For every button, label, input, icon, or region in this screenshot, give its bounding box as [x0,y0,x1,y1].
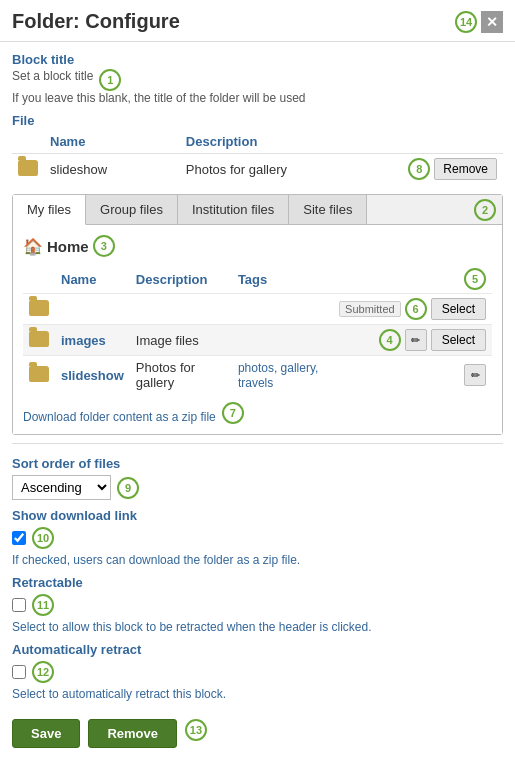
circle-10: 10 [32,527,54,549]
show-download-checkbox[interactable] [12,531,26,545]
auto-retract-checkbox[interactable] [12,665,26,679]
show-download-section: Show download link 10 If checked, users … [12,508,503,567]
retractable-section: Retractable 11 Select to allow this bloc… [12,575,503,634]
circle-3: 3 [93,235,115,257]
file-table: Name Description slideshow Photos for ga… [12,130,503,184]
circle-9: 9 [117,477,139,499]
browser-row3-tags: photos, gallery, travels [232,356,333,395]
sort-section: Sort order of files Ascending Descending… [12,456,503,500]
block-title-hint: Set a block title [12,69,93,83]
block-title-description: If you leave this blank, the title of th… [12,91,503,105]
close-button[interactable]: ✕ [481,11,503,33]
file-remove-button[interactable]: Remove [434,158,497,180]
file-section-label: File [12,113,503,128]
col-spacer [12,130,44,154]
circle-8: 8 [408,158,430,180]
tabs-nav-right: 2 [474,195,502,224]
tab-content-my-files: 🏠 Home 3 Name Description Tags 5 [13,225,502,434]
circle-4: 4 [379,329,401,351]
browser-row2-tags [232,325,333,356]
block-title-desc-text: If you leave this blank, the title of th… [12,91,306,105]
browser-col-name: Name [55,265,130,294]
browser-row2-icon [23,325,55,356]
circle-7: 7 [222,402,244,424]
home-label: Home [47,238,89,255]
circle-14: 14 [455,11,477,33]
tab-institution-files-label: Institution files [192,202,274,217]
browser-row2-desc: Image files [130,325,232,356]
browser-row1-action: Submitted 6 Select [333,294,492,325]
folder-icon-3 [29,366,49,382]
auto-retract-label: Automatically retract [12,642,503,657]
download-row: Download folder content as a zip file 7 [23,402,492,424]
tab-my-files[interactable]: My files [13,195,86,225]
browser-row3-desc: Photos for gallery [130,356,232,395]
circle-5: 5 [464,268,486,290]
file-action-cell: 8 Remove [402,154,503,185]
browser-col-tags: Tags [232,265,333,294]
circle-11: 11 [32,594,54,616]
file-row: slideshow Photos for gallery 8 Remove [12,154,503,185]
circle-2: 2 [474,199,496,221]
edit-button-3[interactable]: ✏ [464,364,486,386]
retractable-row: 11 [12,594,503,616]
images-link[interactable]: images [61,333,106,348]
retractable-checkbox[interactable] [12,598,26,612]
action-buttons: Save Remove 13 [12,711,503,748]
col-name: Name [44,130,180,154]
file-icon-cell [12,154,44,185]
browser-row1-name [55,294,130,325]
tab-group-files[interactable]: Group files [86,195,178,224]
circle-13: 13 [185,719,207,741]
sort-field-row: Ascending Descending 9 [12,475,503,500]
file-section: File Name Description slideshow [12,113,503,184]
show-download-row: 10 [12,527,503,549]
select-button-2[interactable]: Select [431,329,486,351]
retractable-hint: Select to allow this block to be retract… [12,620,503,634]
folder-icon-1 [29,300,49,316]
file-name-cell: slideshow [44,154,180,185]
edit-button-2[interactable]: ✏ [405,329,427,351]
select-button-1[interactable]: Select [431,298,486,320]
download-link[interactable]: Download folder content as a zip file [23,410,216,424]
browser-row3-icon [23,356,55,395]
main-content: Block title Set a block title 1 If you l… [0,42,515,758]
slideshow-desc: Photos for gallery [136,360,195,390]
circle-6: 6 [405,298,427,320]
header-controls: 14 ✕ [455,11,503,33]
tab-site-files[interactable]: Site files [289,195,367,224]
tab-group-files-label: Group files [100,202,163,217]
home-row: 🏠 Home 3 [23,235,492,257]
images-desc: Image files [136,333,199,348]
browser-header-row: Name Description Tags 5 [23,265,492,294]
browser-col-action: 5 [333,265,492,294]
browser-col-desc: Description [130,265,232,294]
browser-row1-tags [232,294,333,325]
browser-row-3: slideshow Photos for gallery photos, gal… [23,356,492,395]
browser-row-2: images Image files 4 ✏ Select [23,325,492,356]
browser-row3-name: slideshow [55,356,130,395]
browser-row2-action: 4 ✏ Select [333,325,492,356]
remove-button[interactable]: Remove [88,719,177,748]
auto-retract-section: Automatically retract 12 Select to autom… [12,642,503,701]
save-button[interactable]: Save [12,719,80,748]
retractable-label: Retractable [12,575,503,590]
file-desc-cell: Photos for gallery [180,154,402,185]
browser-row3-action: ✏ [333,356,492,395]
home-icon: 🏠 [23,237,43,256]
slideshow-link[interactable]: slideshow [61,368,124,383]
browser-row1-desc [130,294,232,325]
block-title-row: Set a block title 1 [12,69,503,91]
browser-row2-name: images [55,325,130,356]
col-description: Description [180,130,402,154]
sort-select[interactable]: Ascending Descending [12,475,111,500]
tab-institution-files[interactable]: Institution files [178,195,289,224]
file-description: Photos for gallery [186,162,287,177]
dialog-header: Folder: Configure 14 ✕ [0,0,515,42]
submitted-badge: Submitted [339,301,401,317]
divider-1 [12,443,503,444]
sort-label: Sort order of files [12,456,503,471]
tab-site-files-label: Site files [303,202,352,217]
slideshow-tags: photos, gallery, travels [238,361,319,390]
auto-retract-row: 12 [12,661,503,683]
